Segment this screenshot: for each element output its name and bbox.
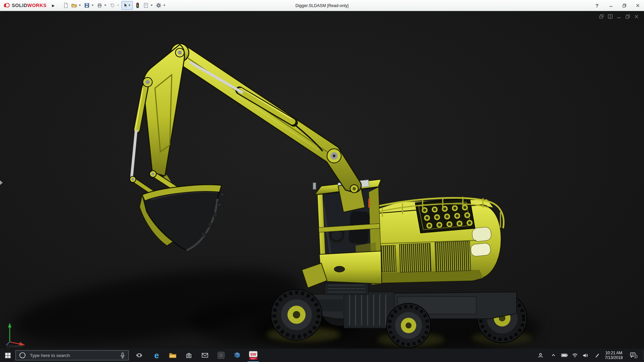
help-button[interactable]: ? — [595, 3, 602, 8]
window-controls: ? — [595, 0, 642, 11]
app-dark-button[interactable] — [213, 349, 229, 362]
undo-icon — [109, 2, 115, 8]
document-window-controls — [599, 14, 639, 19]
feature-panel-collapse-arrow-icon[interactable] — [0, 180, 3, 185]
title-bar: SOLIDWORKS ▶ — [0, 0, 644, 11]
close-icon — [636, 3, 640, 8]
file-properties-button[interactable] — [142, 1, 150, 9]
file-explorer-button[interactable] — [165, 349, 181, 362]
cortana-icon — [19, 352, 26, 359]
file-properties-icon — [143, 2, 149, 8]
mail-button[interactable] — [197, 349, 213, 362]
options-button[interactable] — [155, 1, 162, 9]
solidworks-taskbar-button[interactable]: SW 2017 — [245, 349, 261, 362]
svg-text:SW: SW — [250, 352, 256, 356]
edge-icon: e — [154, 351, 159, 360]
taskbar: e SW — [0, 349, 644, 362]
store-bag-icon — [185, 352, 192, 359]
open-folder-icon — [71, 2, 77, 8]
pen-button[interactable] — [592, 349, 602, 362]
doc-minimize-icon — [616, 14, 622, 19]
rebuild-traffic-light-icon — [135, 2, 141, 8]
save-icon — [84, 2, 90, 8]
rebuild-button[interactable] — [134, 1, 141, 9]
task-view-icon — [136, 353, 142, 358]
undo-button[interactable] — [109, 1, 116, 9]
ds-logo-icon — [3, 2, 10, 9]
view-orientation-label: *Dimetric — [5, 344, 23, 349]
volume-button[interactable] — [580, 349, 591, 362]
logo-wordmark: SOLIDWORKS — [12, 3, 47, 8]
pen-icon — [595, 353, 600, 358]
edge-browser-button[interactable]: e — [149, 349, 165, 362]
chevron-up-icon — [551, 353, 556, 358]
app-cube-button[interactable] — [229, 349, 245, 362]
select-tool-button[interactable] — [121, 1, 133, 10]
restore-button[interactable] — [620, 2, 629, 10]
start-button[interactable] — [0, 349, 15, 362]
cube-app-icon — [233, 352, 241, 359]
people-button[interactable] — [535, 349, 546, 362]
speaker-icon — [583, 353, 588, 358]
new-document-button[interactable] — [62, 1, 69, 9]
cascade-icon — [599, 14, 604, 19]
taskbar-search[interactable] — [15, 350, 129, 360]
tile-icon — [608, 14, 613, 19]
print-icon — [97, 2, 103, 8]
file-properties-dropdown-caret[interactable] — [151, 5, 153, 6]
doc-restore-icon — [625, 14, 630, 19]
clock[interactable]: 10:21 AM 7/13/2018 — [602, 349, 626, 362]
bucket[interactable] — [140, 185, 226, 250]
excavator-model[interactable] — [0, 11, 644, 349]
quick-access-toolbar — [62, 1, 167, 10]
select-cursor-icon — [122, 2, 128, 8]
doc-cascade-button[interactable] — [599, 14, 604, 19]
wifi-icon — [572, 353, 578, 358]
boom-arm[interactable] — [171, 44, 361, 193]
task-view-button[interactable] — [131, 349, 147, 362]
close-button[interactable] — [633, 2, 642, 10]
people-icon — [538, 353, 543, 358]
undo-dropdown-caret[interactable] — [117, 5, 119, 6]
dipper-linkage[interactable] — [130, 45, 185, 199]
svg-text:2017: 2017 — [251, 357, 256, 359]
doc-close-icon — [634, 14, 639, 19]
restore-icon — [622, 3, 627, 8]
save-button[interactable] — [83, 1, 91, 9]
minimize-icon — [609, 3, 613, 8]
solidworks-app-icon: SW 2017 — [249, 351, 258, 360]
tray-overflow-button[interactable] — [548, 349, 559, 362]
doc-minimize-button[interactable] — [616, 14, 622, 19]
open-button[interactable] — [70, 1, 78, 9]
microphone-icon[interactable] — [120, 352, 125, 359]
battery-icon — [561, 353, 568, 358]
window-title: Digger.SLDASM [Read-only] — [296, 0, 348, 11]
battery-button[interactable] — [559, 349, 570, 362]
action-center-button[interactable]: 2 — [627, 349, 641, 362]
menu-expand-arrow-icon[interactable]: ▶ — [52, 4, 55, 7]
new-document-icon — [63, 2, 69, 8]
search-input[interactable] — [26, 353, 120, 358]
tray-time: 10:21 AM — [605, 351, 623, 355]
doc-restore-button[interactable] — [625, 14, 631, 19]
doc-tile-button[interactable] — [607, 14, 613, 19]
tray-date: 7/13/2018 — [605, 355, 623, 360]
network-button[interactable] — [569, 349, 581, 362]
select-dropdown-caret[interactable] — [128, 5, 130, 6]
show-desktop-divider[interactable] — [643, 351, 643, 360]
windows-logo-icon — [5, 353, 11, 358]
store-button[interactable] — [181, 349, 197, 362]
options-gear-icon — [156, 2, 162, 8]
file-explorer-icon — [169, 352, 176, 358]
mail-envelope-icon — [202, 353, 208, 358]
minimize-button[interactable] — [606, 2, 615, 10]
open-dropdown-caret[interactable] — [79, 5, 81, 6]
doc-close-button[interactable] — [634, 14, 639, 19]
save-dropdown-caret[interactable] — [92, 5, 94, 6]
dark-app-icon — [217, 352, 225, 359]
print-button[interactable] — [96, 1, 103, 9]
solidworks-logo[interactable]: SOLIDWORKS — [3, 2, 47, 9]
options-dropdown-caret[interactable] — [163, 5, 165, 6]
print-dropdown-caret[interactable] — [104, 5, 106, 6]
graphics-viewport[interactable]: *Dimetric — [0, 11, 644, 349]
